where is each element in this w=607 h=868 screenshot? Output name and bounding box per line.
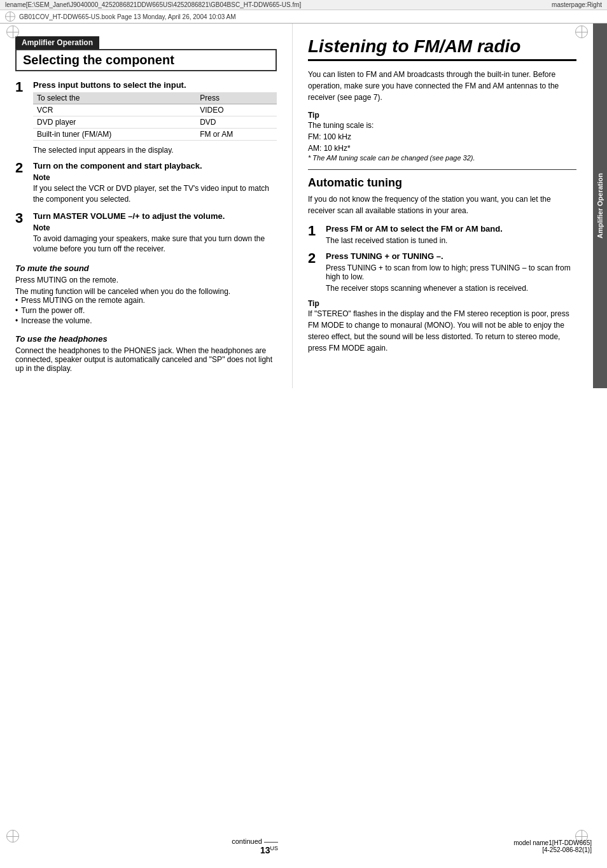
continued-label: continued —— xyxy=(232,837,278,845)
headphones-desc: Connect the headphones to the PHONES jac… xyxy=(15,346,277,373)
step-1: 1 Press input buttons to select the inpu… xyxy=(15,80,277,155)
at-tip-section: Tip If "STEREO" flashes in the display a… xyxy=(308,299,576,354)
fm-am-title: Listening to FM/AM radio xyxy=(308,36,576,61)
step-2-number: 2 xyxy=(15,161,33,175)
at-step-1: 1 Press FM or AM to select the FM or AM … xyxy=(308,224,576,245)
masterpage-label: masterpage:Right xyxy=(552,1,602,8)
at-step-2-desc1: Press TUNING + to scan from low to high;… xyxy=(326,263,576,281)
mute-section: To mute the sound Press MUTING on the re… xyxy=(15,263,277,325)
tip-line-0: The tuning scale is: xyxy=(308,120,576,131)
step-3-note-label: Note xyxy=(33,223,277,232)
corner-mark-tl xyxy=(6,25,19,38)
tip-line-1: FM: 100 kHz xyxy=(308,131,576,143)
top-bar: lename[E:\SEM_Janet\J9040000_4252086821D… xyxy=(0,0,607,10)
step-3: 3 Turn MASTER VOLUME –/+ to adjust the v… xyxy=(15,211,277,255)
book-info: GB01COV_HT-DDW665-US.book Page 13 Monday… xyxy=(19,13,236,20)
page-number: 13 xyxy=(260,845,270,855)
amp-op-badge: Amplifier Operation xyxy=(15,36,99,49)
auto-tuning-title: Automatic tuning xyxy=(308,176,576,190)
step-1-title: Press input buttons to select the input. xyxy=(33,80,277,90)
fm-am-intro: You can listen to FM and AM broadcasts t… xyxy=(308,69,576,103)
table-row: VCRVIDEO xyxy=(33,104,277,116)
page-superscript: US xyxy=(270,845,278,855)
mute-desc: Press MUTING on the remote. xyxy=(15,276,277,284)
right-column: Listening to FM/AM radio You can listen … xyxy=(293,24,607,388)
at-step-2-number: 2 xyxy=(308,251,326,265)
section-title-box: Selecting the component xyxy=(15,49,277,71)
table-header-select: To select the xyxy=(33,92,196,104)
step-3-title: Turn MASTER VOLUME –/+ to adjust the vol… xyxy=(33,211,277,221)
model-info: model name1[HT-DDW665] [4-252-086-82(1)] xyxy=(513,839,592,853)
left-column: Amplifier Operation Selecting the compon… xyxy=(0,24,293,388)
model-line-2: [4-252-086-82(1)] xyxy=(513,846,592,853)
at-step-2-title: Press TUNING + or TUNING –. xyxy=(326,251,576,261)
at-step-1-content: Press FM or AM to select the FM or AM ba… xyxy=(326,224,576,245)
at-tip-label: Tip xyxy=(308,299,576,308)
footer-center: continued —— 13 US xyxy=(232,837,297,855)
step-1-desc: The selected input appears in the displa… xyxy=(33,146,277,155)
vertical-tab: Amplifier Operation xyxy=(593,24,607,388)
step-2-content: Turn on the component and start playback… xyxy=(33,161,277,205)
book-bar: GB01COV_HT-DDW665-US.book Page 13 Monday… xyxy=(0,10,607,24)
table-row: Built-in tuner (FM/AM)FM or AM xyxy=(33,129,277,141)
at-step-2-content: Press TUNING + or TUNING –. Press TUNING… xyxy=(326,251,576,293)
crosshair-icon xyxy=(5,11,15,22)
section-title: Selecting the component xyxy=(23,53,269,67)
mute-bullets: Press MUTING on the remote again.Turn th… xyxy=(15,296,277,325)
tip-section: Tip The tuning scale is: FM: 100 kHz AM:… xyxy=(308,111,576,162)
at-tip-text: If "STEREO" flashes in the display and t… xyxy=(308,308,576,354)
step-2-note-label: Note xyxy=(33,173,277,182)
step-3-content: Turn MASTER VOLUME –/+ to adjust the vol… xyxy=(33,211,277,255)
model-line-1: model name1[HT-DDW665] xyxy=(513,839,592,846)
step-2-note-text: If you select the VCR or DVD player, set… xyxy=(33,183,277,205)
at-step-1-number: 1 xyxy=(308,224,326,238)
bullet-item: Turn the power off. xyxy=(15,306,277,315)
section-divider xyxy=(308,169,576,170)
bullet-item: Increase the volume. xyxy=(15,316,277,325)
at-step-2-desc2: The receiver stops scanning whenever a s… xyxy=(326,284,576,293)
tip-label: Tip xyxy=(308,111,576,120)
at-step-1-title: Press FM or AM to select the FM or AM ba… xyxy=(326,224,576,234)
footer: continued —— 13 US model name1[HT-DDW665… xyxy=(0,837,607,855)
mute-desc2: The muting function will be canceled whe… xyxy=(15,287,277,296)
step-3-number: 3 xyxy=(15,211,33,225)
at-step-1-desc: The last received station is tuned in. xyxy=(326,236,576,245)
step-1-number: 1 xyxy=(15,80,33,94)
step-2-title: Turn on the component and start playback… xyxy=(33,161,277,171)
filename-label: lename[E:\SEM_Janet\J9040000_4252086821D… xyxy=(5,1,301,8)
step-2: 2 Turn on the component and start playba… xyxy=(15,161,277,205)
tip-line-2: AM: 10 kHz* xyxy=(308,143,576,154)
vertical-tab-label: Amplifier Operation xyxy=(596,173,604,239)
step-3-note-text: To avoid damaging your speakers, make su… xyxy=(33,234,277,255)
input-table: To select the Press VCRVIDEODVD playerDV… xyxy=(33,92,277,141)
auto-tuning-intro: If you do not know the frequency of the … xyxy=(308,193,576,216)
table-header-press: Press xyxy=(196,92,277,104)
main-content: Amplifier Operation Selecting the compon… xyxy=(0,24,607,388)
headphones-section: To use the headphones Connect the headph… xyxy=(15,334,277,373)
step-1-content: Press input buttons to select the input.… xyxy=(33,80,277,155)
table-row: DVD playerDVD xyxy=(33,116,277,129)
at-step-2: 2 Press TUNING + or TUNING –. Press TUNI… xyxy=(308,251,576,293)
mute-title: To mute the sound xyxy=(15,263,277,273)
headphones-title: To use the headphones xyxy=(15,334,277,344)
tip-note: * The AM tuning scale can be changed (se… xyxy=(308,154,576,162)
bullet-item: Press MUTING on the remote again. xyxy=(15,296,277,305)
